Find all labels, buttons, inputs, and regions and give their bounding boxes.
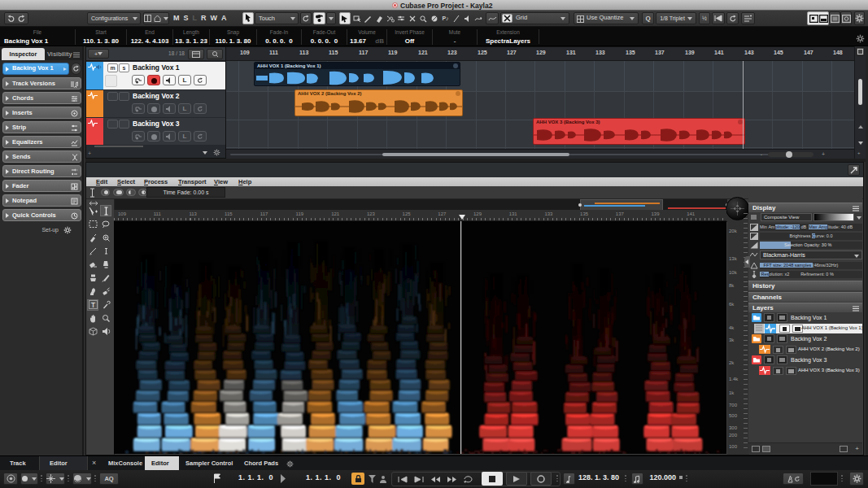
svg-text:T: T — [90, 301, 95, 309]
